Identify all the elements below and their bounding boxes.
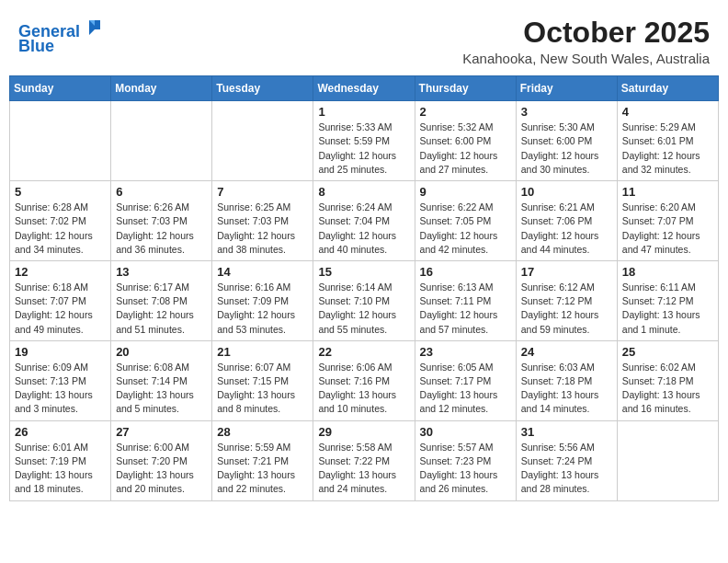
calendar-cell: 16Sunrise: 6:13 AM Sunset: 7:11 PM Dayli…	[415, 260, 516, 340]
day-info: Sunrise: 6:22 AM Sunset: 7:05 PM Dayligh…	[420, 201, 511, 257]
day-number: 2	[420, 105, 511, 119]
calendar-cell: 23Sunrise: 6:05 AM Sunset: 7:17 PM Dayli…	[415, 340, 516, 420]
calendar-cell	[617, 420, 718, 500]
calendar-cell: 21Sunrise: 6:07 AM Sunset: 7:15 PM Dayli…	[212, 340, 313, 420]
day-info: Sunrise: 6:11 AM Sunset: 7:12 PM Dayligh…	[622, 281, 713, 337]
day-info: Sunrise: 5:30 AM Sunset: 6:00 PM Dayligh…	[521, 121, 612, 177]
calendar-cell: 13Sunrise: 6:17 AM Sunset: 7:08 PM Dayli…	[111, 260, 212, 340]
calendar-subtitle: Kanahooka, New South Wales, Australia	[462, 51, 710, 66]
day-info: Sunrise: 6:08 AM Sunset: 7:14 PM Dayligh…	[116, 361, 207, 417]
calendar-cell: 20Sunrise: 6:08 AM Sunset: 7:14 PM Dayli…	[111, 340, 212, 420]
day-number: 18	[622, 265, 713, 279]
day-number: 28	[217, 425, 308, 439]
day-info: Sunrise: 6:06 AM Sunset: 7:16 PM Dayligh…	[318, 361, 409, 417]
day-number: 27	[116, 425, 207, 439]
day-info: Sunrise: 6:09 AM Sunset: 7:13 PM Dayligh…	[15, 361, 106, 417]
day-number: 19	[15, 345, 106, 359]
calendar-cell: 7Sunrise: 6:25 AM Sunset: 7:03 PM Daylig…	[212, 181, 313, 261]
title-block: October 2025 Kanahooka, New South Wales,…	[462, 17, 710, 66]
day-info: Sunrise: 6:28 AM Sunset: 7:02 PM Dayligh…	[15, 201, 106, 257]
day-info: Sunrise: 6:07 AM Sunset: 7:15 PM Dayligh…	[217, 361, 308, 417]
calendar-cell: 31Sunrise: 5:56 AM Sunset: 7:24 PM Dayli…	[516, 420, 617, 500]
day-info: Sunrise: 6:01 AM Sunset: 7:19 PM Dayligh…	[15, 441, 106, 497]
weekday-header-wednesday: Wednesday	[313, 76, 415, 101]
calendar-week-row: 12Sunrise: 6:18 AM Sunset: 7:07 PM Dayli…	[10, 260, 719, 340]
calendar-table: SundayMondayTuesdayWednesdayThursdayFrid…	[9, 75, 719, 500]
calendar-week-row: 19Sunrise: 6:09 AM Sunset: 7:13 PM Dayli…	[10, 340, 719, 420]
day-info: Sunrise: 5:57 AM Sunset: 7:23 PM Dayligh…	[420, 441, 511, 497]
calendar-cell: 26Sunrise: 6:01 AM Sunset: 7:19 PM Dayli…	[10, 420, 111, 500]
day-info: Sunrise: 5:58 AM Sunset: 7:22 PM Dayligh…	[318, 441, 409, 497]
day-number: 3	[521, 105, 612, 119]
logo-icon	[82, 17, 102, 37]
calendar-cell: 4Sunrise: 5:29 AM Sunset: 6:01 PM Daylig…	[617, 101, 718, 181]
day-number: 17	[521, 265, 612, 279]
day-info: Sunrise: 6:14 AM Sunset: 7:10 PM Dayligh…	[318, 281, 409, 337]
calendar-cell: 22Sunrise: 6:06 AM Sunset: 7:16 PM Dayli…	[313, 340, 415, 420]
day-info: Sunrise: 6:26 AM Sunset: 7:03 PM Dayligh…	[116, 201, 207, 257]
day-info: Sunrise: 6:16 AM Sunset: 7:09 PM Dayligh…	[217, 281, 308, 337]
day-number: 22	[318, 345, 409, 359]
day-number: 20	[116, 345, 207, 359]
day-info: Sunrise: 5:59 AM Sunset: 7:21 PM Dayligh…	[217, 441, 308, 497]
day-number: 26	[15, 425, 106, 439]
day-info: Sunrise: 6:17 AM Sunset: 7:08 PM Dayligh…	[116, 281, 207, 337]
day-number: 11	[622, 185, 713, 199]
weekday-header-monday: Monday	[111, 76, 212, 101]
calendar-cell: 12Sunrise: 6:18 AM Sunset: 7:07 PM Dayli…	[10, 260, 111, 340]
day-number: 7	[217, 185, 308, 199]
day-number: 6	[116, 185, 207, 199]
day-number: 5	[15, 185, 106, 199]
weekday-header-sunday: Sunday	[10, 76, 111, 101]
day-info: Sunrise: 6:25 AM Sunset: 7:03 PM Dayligh…	[217, 201, 308, 257]
calendar-week-row: 1Sunrise: 5:33 AM Sunset: 5:59 PM Daylig…	[10, 101, 719, 181]
calendar-cell: 17Sunrise: 6:12 AM Sunset: 7:12 PM Dayli…	[516, 260, 617, 340]
calendar-cell	[111, 101, 212, 181]
day-info: Sunrise: 5:33 AM Sunset: 5:59 PM Dayligh…	[318, 121, 409, 177]
day-number: 23	[420, 345, 511, 359]
day-info: Sunrise: 6:18 AM Sunset: 7:07 PM Dayligh…	[15, 281, 106, 337]
day-number: 8	[318, 185, 409, 199]
calendar-cell: 14Sunrise: 6:16 AM Sunset: 7:09 PM Dayli…	[212, 260, 313, 340]
calendar-cell: 9Sunrise: 6:22 AM Sunset: 7:05 PM Daylig…	[415, 181, 516, 261]
day-number: 4	[622, 105, 713, 119]
day-info: Sunrise: 6:13 AM Sunset: 7:11 PM Dayligh…	[420, 281, 511, 337]
day-number: 21	[217, 345, 308, 359]
day-info: Sunrise: 5:32 AM Sunset: 6:00 PM Dayligh…	[420, 121, 511, 177]
day-number: 15	[318, 265, 409, 279]
calendar-week-row: 26Sunrise: 6:01 AM Sunset: 7:19 PM Dayli…	[10, 420, 719, 500]
weekday-header-thursday: Thursday	[415, 76, 516, 101]
calendar-cell: 2Sunrise: 5:32 AM Sunset: 6:00 PM Daylig…	[415, 101, 516, 181]
calendar-cell: 1Sunrise: 5:33 AM Sunset: 5:59 PM Daylig…	[313, 101, 415, 181]
day-number: 10	[521, 185, 612, 199]
calendar-cell: 8Sunrise: 6:24 AM Sunset: 7:04 PM Daylig…	[313, 181, 415, 261]
day-info: Sunrise: 5:56 AM Sunset: 7:24 PM Dayligh…	[521, 441, 612, 497]
weekday-header-tuesday: Tuesday	[212, 76, 313, 101]
calendar-cell: 27Sunrise: 6:00 AM Sunset: 7:20 PM Dayli…	[111, 420, 212, 500]
day-number: 29	[318, 425, 409, 439]
calendar-cell: 24Sunrise: 6:03 AM Sunset: 7:18 PM Dayli…	[516, 340, 617, 420]
day-info: Sunrise: 6:20 AM Sunset: 7:07 PM Dayligh…	[622, 201, 713, 257]
logo: General Blue	[18, 17, 102, 56]
calendar-cell	[10, 101, 111, 181]
calendar-cell: 29Sunrise: 5:58 AM Sunset: 7:22 PM Dayli…	[313, 420, 415, 500]
calendar-cell: 18Sunrise: 6:11 AM Sunset: 7:12 PM Dayli…	[617, 260, 718, 340]
weekday-header-saturday: Saturday	[617, 76, 718, 101]
day-number: 12	[15, 265, 106, 279]
day-number: 13	[116, 265, 207, 279]
calendar-cell: 25Sunrise: 6:02 AM Sunset: 7:18 PM Dayli…	[617, 340, 718, 420]
day-info: Sunrise: 6:12 AM Sunset: 7:12 PM Dayligh…	[521, 281, 612, 337]
day-number: 30	[420, 425, 511, 439]
day-info: Sunrise: 6:00 AM Sunset: 7:20 PM Dayligh…	[116, 441, 207, 497]
calendar-cell: 30Sunrise: 5:57 AM Sunset: 7:23 PM Dayli…	[415, 420, 516, 500]
day-info: Sunrise: 6:21 AM Sunset: 7:06 PM Dayligh…	[521, 201, 612, 257]
day-info: Sunrise: 5:29 AM Sunset: 6:01 PM Dayligh…	[622, 121, 713, 177]
calendar-week-row: 5Sunrise: 6:28 AM Sunset: 7:02 PM Daylig…	[10, 181, 719, 261]
calendar-title: October 2025	[462, 17, 710, 49]
calendar-cell: 28Sunrise: 5:59 AM Sunset: 7:21 PM Dayli…	[212, 420, 313, 500]
calendar-cell: 5Sunrise: 6:28 AM Sunset: 7:02 PM Daylig…	[10, 181, 111, 261]
page-header: General Blue October 2025 Kanahooka, New…	[9, 9, 719, 72]
day-info: Sunrise: 6:24 AM Sunset: 7:04 PM Dayligh…	[318, 201, 409, 257]
calendar-cell: 10Sunrise: 6:21 AM Sunset: 7:06 PM Dayli…	[516, 181, 617, 261]
day-number: 16	[420, 265, 511, 279]
